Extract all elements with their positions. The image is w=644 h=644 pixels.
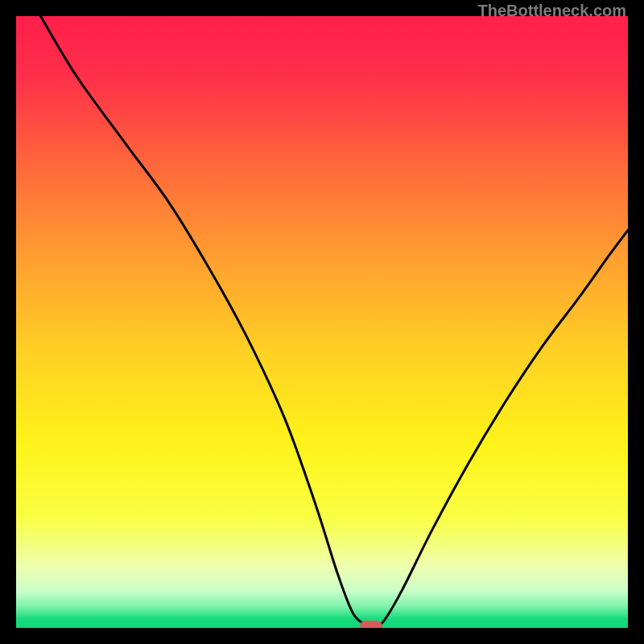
curve-layer: [16, 16, 628, 628]
minimum-marker: [360, 621, 382, 628]
plot-area: [16, 16, 628, 628]
chart-frame: TheBottleneck.com: [0, 0, 644, 644]
watermark-text: TheBottleneck.com: [478, 2, 626, 20]
bottleneck-curve: [40, 16, 628, 626]
